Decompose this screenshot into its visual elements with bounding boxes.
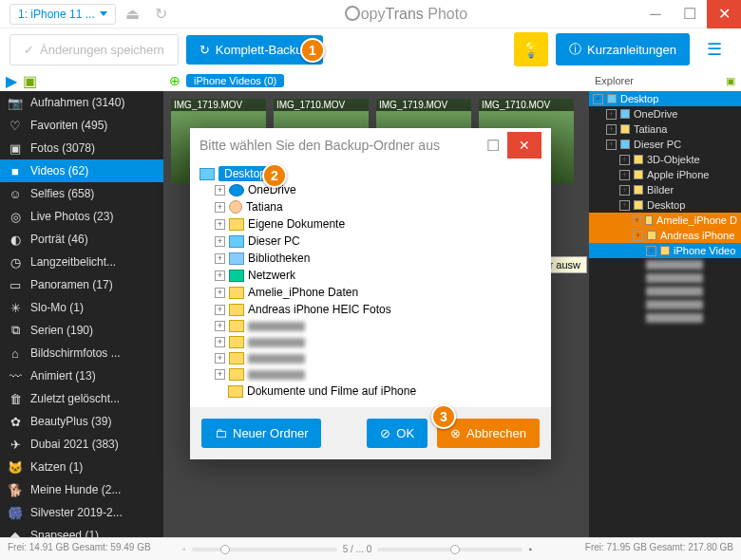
onedrive-icon [229,184,244,196]
expander-icon[interactable]: + [215,305,225,315]
thumb-label: IMG_1719.MOV [376,99,471,111]
expander-icon[interactable]: + [619,170,630,180]
sidebar-item[interactable]: 〰Animiert (13) [0,364,163,387]
folder-icon[interactable]: ▣ [726,75,735,87]
expander-icon[interactable]: + [619,155,630,165]
tree-item[interactable]: +3D-Objekte [589,152,741,167]
expander-icon[interactable]: + [215,253,225,264]
sidebar-item[interactable]: ▣Fotos (3078) [0,137,163,159]
play-icon[interactable]: ▶ [6,72,17,90]
folder-tree-item-label: Netzwerk [248,269,295,282]
sidebar-item[interactable]: ⌂Bildschirmfotos ... [0,342,163,364]
hint-button[interactable]: 💡 [514,32,548,66]
tree-item[interactable]: +Tatiana [589,121,741,137]
save-changes-button[interactable]: ✓ Änderungen speichern [10,34,179,65]
menu-button[interactable]: ☰ [697,32,732,66]
device-dropdown[interactable]: 1: iPhone 11 ... [10,4,116,25]
sidebar-item[interactable]: ♡Favoriten (495) [0,114,163,137]
tree-item[interactable]: +OneDrive [589,106,741,121]
maximize-button[interactable]: ☐ [673,0,707,28]
expander-icon[interactable]: + [646,246,656,256]
expander-icon[interactable]: + [215,185,225,196]
folder-tree-item[interactable]: +Eigene Dokumente [200,215,542,233]
ok-button[interactable]: ⊘ OK [367,419,428,448]
sidebar-item-label: Panoramen (17) [30,278,113,291]
tree-item[interactable]: +Amelie_iPhone D [589,213,741,228]
zoom-slider[interactable]: ▫ 5 / ... 0 ▪ [182,538,532,560]
folder-tree-item[interactable]: +Dieser PC [200,233,542,250]
folder-tree-item-label: Tatiana [246,200,283,214]
tree-item-label: OneDrive [634,108,677,120]
expander-icon[interactable]: + [215,369,225,380]
expander-icon[interactable]: + [619,200,630,211]
expander-icon[interactable]: + [215,321,225,331]
expander-icon[interactable]: + [633,215,641,226]
expander-icon[interactable]: + [215,236,225,247]
zoom-out-icon[interactable]: ▫ [182,544,186,554]
minimize-button[interactable]: ─ [638,0,673,28]
new-folder-button[interactable]: 🗀 Neuer Ordner [201,419,321,448]
expander-icon[interactable]: + [606,109,617,120]
info-icon: ⓘ [569,41,581,58]
sidebar-item[interactable]: ■Videos (62) [0,159,163,182]
tree-item[interactable]: +Bilder [589,182,741,197]
sidebar-item[interactable]: ◷Langzeitbelicht... [0,251,163,273]
sidebar-item[interactable]: 🎆Silvester 2019-2... [0,501,163,524]
folder-tree-item[interactable]: +Bibliotheken [200,250,542,267]
expander-icon[interactable]: + [606,124,617,135]
sidebar-item[interactable]: ◐Porträt (46) [0,228,163,251]
expander-icon[interactable]: + [215,337,225,347]
expander-icon[interactable]: + [215,271,225,281]
expander-icon[interactable]: + [606,140,617,150]
folder-tree-item[interactable]: +Tatiana [200,198,542,215]
monitor-icon [229,235,244,248]
tree-item[interactable]: +Andreas iPhone [589,228,741,243]
expander-icon[interactable]: + [593,94,603,104]
sidebar-item[interactable]: 🗑Zuletzt gelöscht... [0,387,163,410]
sidebar-item[interactable]: 📷Aufnahmen (3140) [0,91,163,114]
dialog-title: Bitte wählen Sie den Backup-Ordner aus [200,138,486,153]
sidebar-item[interactable]: ✿BeautyPlus (39) [0,410,163,433]
folder-tree-item[interactable]: +Netzwerk [200,267,542,284]
eject-icon[interactable]: ⏏ [122,3,144,26]
dialog-close-button[interactable]: ✕ [507,132,542,159]
folder-icon [229,336,244,348]
folder-tree-item[interactable]: +Andreas iPhone HEIC Fotos [200,301,542,318]
zoom-in-icon[interactable]: ▪ [528,544,532,554]
plus-icon[interactable]: ⊕ [169,73,180,88]
sidebar-item[interactable]: ☺Selfies (658) [0,182,163,205]
tree-item[interactable]: +iPhone Video [589,243,741,258]
expander-icon[interactable]: + [215,202,225,213]
sidebar-item[interactable]: ▭Panoramen (17) [0,273,163,296]
sidebar-item[interactable]: 🐱Katzen (1) [0,456,163,478]
folder-tree-item[interactable]: +Amelie_iPhone Daten [200,284,542,301]
sidebar-item[interactable]: ✈Dubai 2021 (383) [0,433,163,456]
dialog-maximize-icon[interactable]: ☐ [486,137,500,155]
user-icon [229,200,242,214]
quickguides-button[interactable]: ⓘ Kurzanleitungen [556,33,690,65]
sidebar-item[interactable]: ◎Live Photos (23) [0,205,163,228]
expander-icon[interactable]: + [619,185,630,196]
center-header-pill[interactable]: iPhone Videos (0) [186,74,284,87]
tree-item-label: Desktop [647,199,685,211]
sidebar-item[interactable]: ⧉Serien (190) [0,319,163,342]
expander-icon[interactable]: + [215,353,225,364]
sidebar-item[interactable]: ✳Slo-Mo (1) [0,296,163,319]
sidebar-item-icon: 〰 [8,368,23,383]
refresh-icon[interactable]: ↻ [150,3,173,26]
tree-item[interactable]: +Dieser PC [589,137,741,152]
user-icon [620,124,630,134]
album-icon[interactable]: ▣ [23,72,37,90]
expander-icon[interactable]: + [215,288,225,298]
folder-tree-item-label[interactable]: Dokumente und Filme auf iPhone [247,384,416,398]
folder-tree-item-label: Bibliotheken [248,252,310,265]
tree-item[interactable]: +Desktop [589,91,741,106]
expander-icon[interactable]: + [633,231,643,241]
sidebar-item[interactable]: ◆Snapseed (1) [0,524,163,537]
tree-item[interactable]: +Desktop [589,197,741,213]
expander-icon[interactable]: + [215,219,225,230]
folder-tree-item[interactable]: +OneDrive [200,181,542,198]
sidebar-item[interactable]: 🐕Meine Hunde (2... [0,478,163,501]
close-button[interactable]: ✕ [707,0,741,28]
tree-item[interactable]: +Apple iPhone [589,167,741,182]
